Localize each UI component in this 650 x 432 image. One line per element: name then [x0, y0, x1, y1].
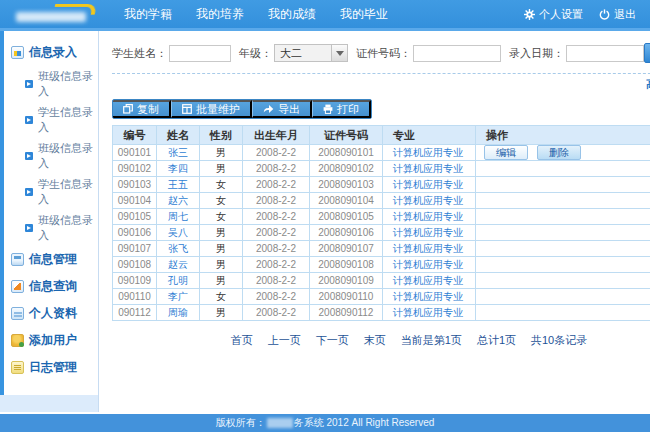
student-name-link[interactable]: 李四	[168, 163, 188, 174]
sidebar-section-3[interactable]: 信息查询	[4, 273, 98, 300]
cell-id: 090110	[113, 289, 157, 305]
toolbar-button-label: 复制	[137, 102, 159, 117]
cell-gender: 男	[200, 273, 243, 289]
cell-id-number: 2008090105	[310, 209, 383, 225]
edit-button[interactable]: 编辑	[484, 145, 528, 160]
major-link[interactable]: 计算机应用专业	[393, 211, 463, 222]
cell-gender: 女	[200, 193, 243, 209]
cell-name: 李广	[157, 289, 200, 305]
logo-censored-text	[16, 12, 86, 22]
table-body: 090101张三男2008-2-22008090101计算机应用专业编辑删除09…	[113, 145, 650, 321]
major-link[interactable]: 计算机应用专业	[393, 179, 463, 190]
toolbar-print-button[interactable]: 打印	[312, 100, 371, 118]
sidebar-subitem-1-3[interactable]: 班级信息录入	[4, 138, 98, 174]
cell-name: 周瑜	[157, 305, 200, 321]
sidebar-section-label: 个人资料	[29, 305, 77, 322]
column-header-2: 姓名	[157, 126, 200, 145]
table-row: 090102李四男2008-2-22008090102计算机应用专业	[113, 161, 650, 177]
cell-actions	[476, 161, 650, 177]
sidebar-subitem-1-1[interactable]: 班级信息录入	[4, 66, 98, 102]
sidebar-subitem-label: 班级信息录入	[38, 141, 96, 171]
cell-name: 李四	[157, 161, 200, 177]
column-header-6: 专业	[383, 126, 476, 145]
cell-name: 王五	[157, 177, 200, 193]
sidebar-subitem-1-5[interactable]: 班级信息录入	[4, 210, 98, 246]
toolbar-export-button[interactable]: 导出	[252, 100, 312, 118]
student-name-link[interactable]: 张飞	[168, 243, 188, 254]
student-name-link[interactable]: 赵六	[168, 195, 188, 206]
cell-id-number: 2008090110	[310, 289, 383, 305]
cell-id: 090106	[113, 225, 157, 241]
toolbar-button-label: 批量维护	[196, 102, 240, 117]
major-link[interactable]: 计算机应用专业	[393, 147, 463, 158]
student-name-link[interactable]: 李广	[168, 291, 188, 302]
query-button[interactable]: 查 询	[644, 43, 650, 63]
student-name-link[interactable]: 孔明	[168, 275, 188, 286]
entry-date-input[interactable]	[566, 45, 644, 62]
top-nav-item-2[interactable]: 我的培养	[196, 6, 244, 23]
sidebar-section-5[interactable]: 添加用户	[4, 327, 98, 354]
top-nav-item-3[interactable]: 我的成绩	[268, 6, 316, 23]
delete-button[interactable]: 删除	[537, 145, 581, 160]
info-entry-icon	[11, 46, 24, 59]
student-management-page: 我的学籍我的培养我的成绩我的毕业 个人设置 退出 信息录入班级信息录入学生信息录…	[0, 0, 650, 432]
censored-brand-name	[267, 418, 293, 428]
toolbar-button-label: 导出	[278, 102, 300, 117]
cell-gender: 男	[200, 257, 243, 273]
sidebar-subitem-1-2[interactable]: 学生信息录入	[4, 102, 98, 138]
major-link[interactable]: 计算机应用专业	[393, 275, 463, 286]
prev-page-link[interactable]: 上一页	[268, 333, 301, 348]
major-link[interactable]: 计算机应用专业	[393, 195, 463, 206]
top-nav-item-4[interactable]: 我的毕业	[340, 6, 388, 23]
student-name-link[interactable]: 周七	[168, 211, 188, 222]
student-name-input[interactable]	[169, 45, 231, 62]
student-name-link[interactable]: 周瑜	[168, 307, 188, 318]
top-nav-item-1[interactable]: 我的学籍	[124, 6, 172, 23]
cell-name: 赵云	[157, 257, 200, 273]
cell-birth: 2008-2-2	[243, 193, 310, 209]
column-header-4: 出生年月	[243, 126, 310, 145]
sidebar-section-2[interactable]: 信息管理	[4, 246, 98, 273]
advanced-query-link[interactable]: 高级查询	[646, 77, 650, 92]
top-nav: 我的学籍我的培养我的成绩我的毕业	[124, 6, 388, 23]
cell-name: 孔明	[157, 273, 200, 289]
personal-settings-button[interactable]: 个人设置	[524, 7, 583, 22]
grade-select[interactable]: 大二	[274, 44, 348, 62]
id-number-input[interactable]	[413, 45, 501, 62]
major-link[interactable]: 计算机应用专业	[393, 227, 463, 238]
cell-major: 计算机应用专业	[383, 289, 476, 305]
major-link[interactable]: 计算机应用专业	[393, 243, 463, 254]
print-icon	[323, 104, 333, 114]
cell-id-number: 2008090101	[310, 145, 383, 161]
toolbar-copy-button[interactable]: 复制	[113, 100, 171, 118]
bullet-icon	[25, 188, 33, 196]
last-page-link[interactable]: 末页	[364, 333, 386, 348]
major-link[interactable]: 计算机应用专业	[393, 163, 463, 174]
sidebar-section-6[interactable]: 日志管理	[4, 354, 98, 381]
topbar-actions: 个人设置 退出	[524, 7, 636, 22]
first-page-link[interactable]: 首页	[231, 333, 253, 348]
student-name-link[interactable]: 赵云	[168, 259, 188, 270]
sidebar-subitem-1-4[interactable]: 学生信息录入	[4, 174, 98, 210]
cell-major: 计算机应用专业	[383, 177, 476, 193]
toolbar-batch-maintain-button[interactable]: 批量维护	[171, 100, 252, 118]
cell-id: 090107	[113, 241, 157, 257]
major-link[interactable]: 计算机应用专业	[393, 259, 463, 270]
student-name-link[interactable]: 吴八	[168, 227, 188, 238]
sidebar-menu: 信息录入班级信息录入学生信息录入班级信息录入学生信息录入班级信息录入信息管理信息…	[0, 31, 98, 395]
sidebar-section-1[interactable]: 信息录入	[4, 39, 98, 66]
dropdown-arrow-icon[interactable]	[331, 45, 347, 61]
sidebar-section-4[interactable]: 个人资料	[4, 300, 98, 327]
major-link[interactable]: 计算机应用专业	[393, 291, 463, 302]
total-records-status: 共10条记录	[531, 333, 587, 348]
major-link[interactable]: 计算机应用专业	[393, 307, 463, 318]
logout-button[interactable]: 退出	[599, 7, 636, 22]
cell-actions	[476, 305, 650, 321]
student-name-link[interactable]: 王五	[168, 179, 188, 190]
cell-id: 090103	[113, 177, 157, 193]
next-page-link[interactable]: 下一页	[316, 333, 349, 348]
cell-name: 张三	[157, 145, 200, 161]
student-name-link[interactable]: 张三	[168, 147, 188, 158]
cell-major: 计算机应用专业	[383, 193, 476, 209]
table-toolbar: 复制批量维护导出打印	[112, 99, 372, 119]
